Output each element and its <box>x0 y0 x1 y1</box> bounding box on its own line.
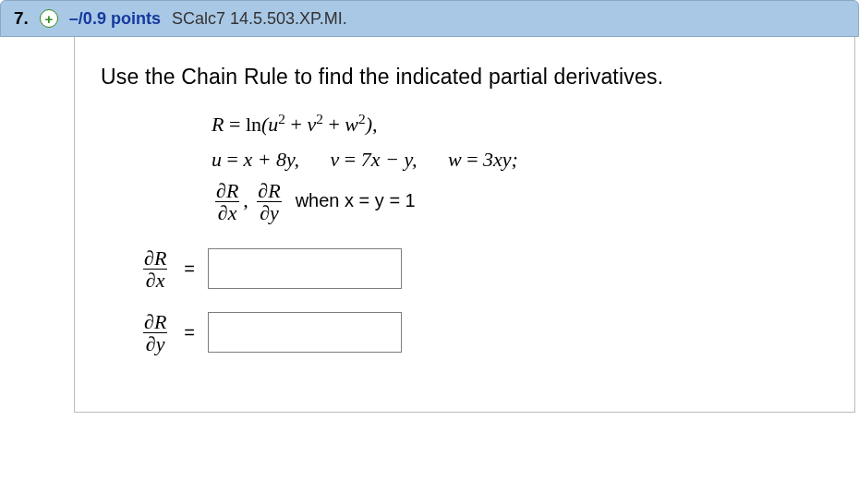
plus-icon[interactable]: + <box>40 9 58 28</box>
equals-sign: = <box>184 322 195 343</box>
answer-row-dy: ∂R ∂y = <box>139 311 829 354</box>
question-body: Use the Chain Rule to find the indicated… <box>74 37 855 413</box>
answer-row-dx: ∂R ∂x = <box>139 247 829 291</box>
label-dR-dy: ∂R ∂y <box>141 311 169 354</box>
equation-R: R = ln(u2 + v2 + w2), <box>212 108 829 140</box>
answer-area: ∂R ∂x = ∂R ∂y = <box>139 247 829 354</box>
equation-partials: ∂R ∂x , ∂R ∂y when x = y = 1 <box>212 180 829 223</box>
equals-sign: = <box>184 258 195 280</box>
math-block: R = ln(u2 + v2 + w2), u = x + 8y, v = 7x… <box>212 108 829 223</box>
equation-uvw: u = x + 8y, v = 7x − y, w = 3xy; <box>212 144 829 175</box>
answer-input-dx[interactable] <box>208 248 402 289</box>
points-label: –/0.9 points <box>69 9 161 29</box>
answer-input-dy[interactable] <box>208 312 402 353</box>
question-prompt: Use the Chain Rule to find the indicated… <box>101 65 829 90</box>
question-number: 7. <box>14 8 29 29</box>
label-dR-dx: ∂R ∂x <box>141 247 169 291</box>
question-header: 7. + –/0.9 points SCalc7 14.5.503.XP.MI. <box>0 0 859 37</box>
question-reference: SCalc7 14.5.503.XP.MI. <box>172 9 347 29</box>
